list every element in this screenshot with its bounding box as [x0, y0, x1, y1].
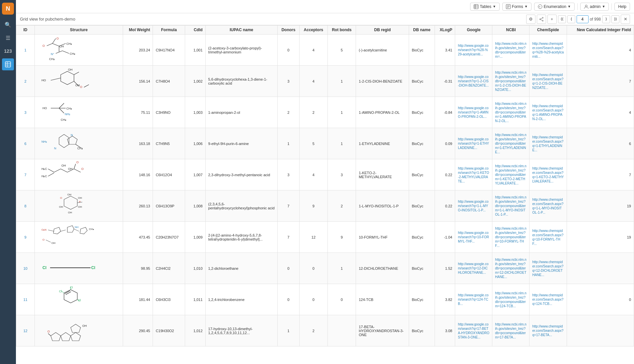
cell-cdid: 1,001 [185, 35, 205, 66]
cell-acceptors: 4 [299, 35, 327, 66]
cell-dbregid: 1-L-MYO-INOSITOL-1-P [356, 190, 409, 222]
svg-line-111 [48, 333, 51, 336]
share-icon[interactable] [537, 15, 546, 24]
cell-cdid: 1,007 [185, 159, 205, 190]
cell-dbname: BioCyc [409, 97, 435, 128]
svg-text:HO: HO [41, 79, 46, 82]
cell-cdid: 1,002 [185, 66, 205, 97]
svg-text:O: O [80, 85, 82, 89]
col-header-formula: Formula [153, 26, 185, 35]
cell-iupac: 1-aminopropan-2-ol [205, 97, 277, 128]
cell-ncbi: http://www.ncbi.nlm.nih.gov/sites/en_tre… [492, 222, 529, 253]
cell-dbregid: 10-FORMYL-THF [356, 222, 409, 253]
svg-text:O: O [47, 330, 50, 333]
cell-structure: O OH OH OH OH OH P [35, 190, 123, 222]
col-header-acceptors: Acceptors [299, 26, 327, 35]
svg-text:OH: OH [68, 68, 73, 71]
col-header-newfield: New Calculated Integer Field [567, 26, 634, 35]
cell-id: 8 [16, 190, 35, 222]
svg-marker-106 [61, 332, 71, 341]
admin-chevron-icon: ▼ [602, 5, 605, 8]
cell-id: 9 [16, 222, 35, 253]
cell-dbregid: 1-ETHYLADENINE [356, 128, 409, 159]
cell-formula: C6H13O9P [153, 190, 185, 222]
cell-chemspide: http://www.chemspider.com/Search.aspx?q=… [529, 97, 567, 128]
col-header-xlogp: XLogP [435, 26, 455, 35]
add-icon[interactable]: + [547, 15, 557, 24]
svg-line-83 [61, 230, 66, 231]
col-header-google: Google [455, 26, 492, 35]
svg-text:OH: OH [51, 242, 55, 245]
svg-text:O₂N: O₂N [41, 228, 46, 231]
svg-text:NH: NH [75, 226, 79, 229]
svg-text:OH: OH [68, 211, 72, 214]
cell-acceptors: 2 [299, 315, 327, 346]
cell-google: http://www.google.com/search?q=124-TCB..… [455, 284, 492, 315]
table-row: 7 H₃C H₃C OH [16, 159, 634, 190]
cell-formula: C9H17NO4 [153, 35, 185, 66]
svg-line-22 [52, 43, 59, 46]
first-page-button[interactable]: ⟨⟨ [558, 15, 566, 23]
cell-rotbonds: 1 [327, 97, 356, 128]
col-header-id: ID [16, 26, 35, 35]
cell-formula: C20H23N7O7 [153, 222, 185, 253]
sidebar-table-icon[interactable] [2, 58, 14, 70]
cell-structure: HO OH OH O [35, 66, 123, 97]
enumeration-button[interactable]: ≡ Enumeration ▼ [534, 3, 575, 11]
cell-acceptors: 4 [299, 159, 327, 190]
sidebar-numbers-icon[interactable]: 123 [2, 45, 14, 57]
svg-line-69 [74, 164, 76, 169]
cell-acceptors: 0 [299, 253, 327, 284]
sidebar-menu-icon[interactable]: ☰ [2, 32, 14, 44]
settings-icon[interactable]: ⚙ [526, 15, 535, 24]
sidebar-search-icon[interactable]: 🔍 [2, 19, 14, 31]
next-page-button[interactable]: ⟩ [602, 15, 610, 23]
cell-ncbi: http://www.ncbi.nlm.nih.gov/sites/en_tre… [492, 190, 529, 222]
cell-xlogp: 0.09 [435, 128, 455, 159]
close-icon[interactable]: ✕ [621, 15, 630, 24]
cell-newfield [567, 253, 634, 284]
prev-page-button[interactable]: ⟨ [567, 15, 575, 23]
cell-dbname: BioCyc [409, 128, 435, 159]
forms-button[interactable]: Forms ▼ [502, 3, 531, 11]
cell-ncbi: http://www.ncbi.nlm.nih.gov/sites/en_tre… [492, 315, 529, 346]
cell-xlogp: -1.04 [435, 222, 455, 253]
tables-button[interactable]: Tables ▼ [470, 3, 500, 11]
cell-xlogp: 0.22 [435, 159, 455, 190]
molecule-svg: Cl Cl [41, 258, 107, 278]
svg-text:Cl: Cl [91, 265, 95, 270]
svg-marker-71 [64, 196, 77, 209]
cell-acceptors: 0 [299, 284, 327, 315]
svg-line-98 [66, 292, 71, 295]
cell-newfield [567, 315, 634, 346]
cell-xlogp: -0.84 [435, 97, 455, 128]
cell-cdid: 1,009 [185, 222, 205, 253]
svg-line-46 [59, 108, 64, 113]
svg-text:OH: OH [82, 324, 87, 328]
col-header-dbregid: DB regid [356, 26, 409, 35]
admin-button[interactable]: admin ▼ [580, 3, 609, 11]
cell-molweight: 473.45 [123, 222, 153, 253]
col-header-dbname: DB name [409, 26, 435, 35]
cell-cdid: 1,003 [185, 97, 205, 128]
cell-donors: 0 [277, 35, 299, 66]
tables-chevron-icon: ▼ [493, 5, 496, 8]
app-logo[interactable]: N [2, 3, 14, 15]
cell-dbname: BioCyc [409, 315, 435, 346]
svg-rect-4 [474, 4, 478, 9]
table-row: 10 Cl Cl [16, 253, 634, 284]
svg-point-17 [539, 19, 540, 20]
cell-molweight: 203.24 [123, 35, 153, 66]
cell-iupac: 9-ethyl-9H-purin-6-amine [205, 128, 277, 159]
help-button[interactable]: Help [614, 3, 630, 11]
cell-structure: OH O [35, 315, 123, 346]
page-number-input[interactable] [577, 15, 589, 23]
cell-structure: HO NH₂ CH₃ CH₃ [35, 97, 123, 128]
cell-google: http://www.google.com/search?q=1-ETHYLAD… [455, 128, 492, 159]
svg-text:CH₃: CH₃ [70, 52, 75, 55]
svg-text:OH: OH [61, 164, 66, 167]
cell-rotbonds: 5 [327, 35, 356, 66]
last-page-button[interactable]: ⟩⟩ [611, 15, 619, 23]
cell-ncbi: http://www.ncbi.nlm.nih.gov/sites/en_tre… [492, 128, 529, 159]
cell-google: http://www.google.com/search?q=1-L-MYO-I… [455, 190, 492, 222]
